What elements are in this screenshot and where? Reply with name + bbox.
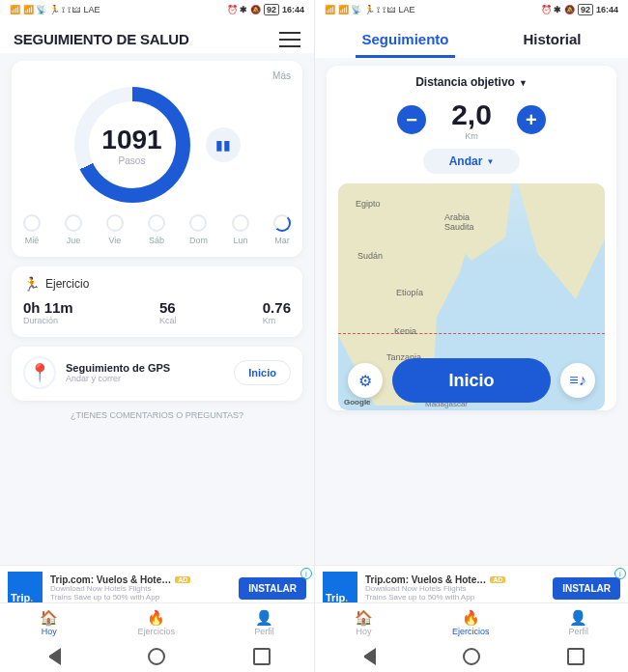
settings-icon[interactable]: ⚙ (348, 363, 383, 398)
duration-value: 0h 11m (23, 299, 73, 316)
bottom-nav: 🏠Hoy 🔥Ejercicios 👤Perfil (0, 602, 314, 641)
back-key[interactable] (358, 648, 376, 665)
day-mar[interactable]: Mar (273, 214, 291, 245)
tab-historial[interactable]: Historial (517, 31, 586, 58)
home-key[interactable] (463, 648, 480, 665)
menu-button[interactable] (279, 32, 300, 47)
increase-button[interactable]: + (517, 105, 546, 134)
music-icon[interactable]: ≡♪ (560, 363, 595, 398)
steps-label: Pasos (101, 155, 161, 166)
distance-unit: Km (451, 131, 492, 141)
ad-info-icon[interactable]: i (614, 568, 626, 579)
km-value: 0.76 (263, 299, 291, 316)
nav-hoy[interactable]: 🏠Hoy (355, 609, 373, 636)
ad-logo: Trip (323, 572, 357, 606)
tab-seguimiento[interactable]: Seguimiento (356, 31, 454, 58)
day-lun[interactable]: Lun (232, 214, 249, 245)
recent-key[interactable] (567, 648, 585, 665)
distance-value: 2,0 (451, 98, 492, 131)
status-bar: 📶 📶 📡 🏃 ⟟ ⟟ 🜲 LAE ⏰ ✱ 🔕 92 16:44 (315, 0, 628, 19)
gps-title: Seguimiento de GPS (66, 362, 170, 374)
mode-selector[interactable]: Andar▼ (423, 149, 520, 174)
nav-perfil[interactable]: 👤Perfil (568, 609, 588, 636)
target-card: Distancia objetivo▼ − 2,0 Km + Andar▼ Eg… (327, 66, 616, 410)
nav-hoy[interactable]: 🏠Hoy (40, 609, 58, 636)
install-button[interactable]: INSTALAR (239, 577, 306, 600)
gps-sub: Andar y correr (66, 374, 170, 383)
day-vie[interactable]: Vie (106, 214, 124, 245)
target-selector[interactable]: Distancia objetivo▼ (338, 75, 605, 89)
install-button[interactable]: INSTALAR (553, 577, 620, 600)
caret-down-icon: ▼ (486, 157, 494, 166)
exercise-card: 🏃 Ejercicio 0h 11mDuración 56Kcal 0.76Km (12, 266, 302, 337)
gps-card: 📍 Seguimiento de GPS Andar y correr Inic… (12, 347, 302, 401)
day-sab[interactable]: Sáb (148, 214, 165, 245)
day-dom[interactable]: Dom (189, 214, 208, 245)
android-nav (0, 641, 314, 672)
start-button[interactable]: Inicio (392, 358, 551, 403)
decrease-button[interactable]: − (397, 105, 426, 134)
day-jue[interactable]: Jue (65, 214, 82, 245)
pin-icon: 📍 (23, 356, 56, 389)
status-bar: 📶 📶 📡 🏃 ⟟ ⟟ 🜲 LAE ⏰ ✱ 🔕 92 16:44 (0, 0, 314, 19)
nav-perfil[interactable]: 👤Perfil (254, 609, 274, 636)
back-key[interactable] (43, 648, 61, 665)
feedback-link[interactable]: ¿TIENES COMENTARIOS O PREGUNTAS? (12, 410, 302, 420)
gps-start-button[interactable]: Inicio (234, 360, 291, 385)
page-title: SEGUIMIENTO DE SALUD (14, 31, 189, 47)
recent-key[interactable] (253, 648, 271, 665)
caret-down-icon: ▼ (519, 78, 528, 88)
nav-ejercicios[interactable]: 🔥Ejercicios (137, 609, 175, 636)
bottom-nav: 🏠Hoy 🔥Ejercicios 👤Perfil (315, 602, 628, 641)
more-link[interactable]: Más (23, 70, 291, 81)
steps-value: 1091 (101, 125, 161, 155)
ad-info-icon[interactable]: i (300, 568, 312, 579)
exercise-title: Ejercicio (45, 277, 89, 291)
day-mie[interactable]: Mié (23, 214, 41, 245)
steps-ring: 1091 Pasos (74, 87, 190, 203)
map-view[interactable]: Egipto Arabia Saudita Sudán Etiopía Keni… (338, 183, 605, 410)
nav-ejercicios[interactable]: 🔥Ejercicios (452, 609, 490, 636)
kcal-value: 56 (159, 299, 177, 316)
android-nav (315, 641, 628, 672)
pause-button[interactable]: ▮▮ (206, 127, 241, 162)
ad-logo: Trip (8, 572, 43, 606)
runner-icon: 🏃 (23, 276, 40, 292)
home-key[interactable] (148, 648, 165, 665)
steps-card: Más 1091 Pasos ▮▮ Mié Jue Vie Sáb Dom Lu… (12, 61, 302, 257)
